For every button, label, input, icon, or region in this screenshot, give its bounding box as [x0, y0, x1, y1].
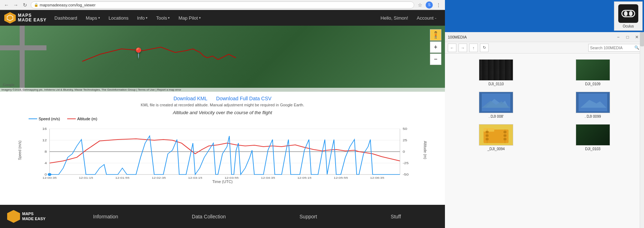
file-name: DJI_0109	[585, 82, 600, 86]
tools-caret: ▾	[168, 16, 170, 20]
explorer-toolbar: ← → ↑ ↻ 🔍	[445, 42, 644, 54]
svg-rect-39	[484, 128, 494, 132]
address-text: mapsmadeeasy.com/log_viewer	[40, 3, 95, 7]
refresh-button[interactable]: ↻	[21, 1, 29, 9]
flight-path	[71, 33, 250, 76]
footer-nav-information[interactable]: Information	[93, 214, 118, 219]
list-item[interactable]: . DJI 0099	[546, 90, 640, 120]
svg-text:16: 16	[42, 127, 47, 131]
svg-rect-44	[486, 138, 489, 140]
scrollbar[interactable]	[640, 32, 644, 228]
street-view-button[interactable]: 🧍	[430, 29, 441, 41]
footer-nav-stuff[interactable]: Stuff	[391, 214, 401, 219]
list-item[interactable]: . DJI 008'	[449, 90, 543, 120]
svg-rect-46	[504, 135, 506, 137]
chart-section: Altitude and Velocity over the course of…	[0, 108, 445, 205]
info-caret: ▾	[146, 16, 148, 20]
svg-text:12:04:35: 12:04:35	[261, 176, 275, 179]
explorer-up-button[interactable]: ↑	[469, 44, 478, 52]
back-button[interactable]: ←	[3, 1, 10, 9]
map-pilot-caret: ▾	[199, 16, 201, 20]
map-section: 📍 🧍 + − Google Imagery ©2019, Getmapping…	[0, 26, 445, 92]
forward-button[interactable]: →	[12, 1, 19, 9]
file-thumbnail	[479, 59, 513, 81]
svg-rect-47	[504, 138, 506, 140]
nav-account[interactable]: Account -	[412, 10, 441, 26]
svg-text:4: 4	[45, 161, 47, 165]
profile-avatar[interactable]: S	[426, 1, 433, 9]
google-watermark: Google	[3, 82, 14, 87]
list-item[interactable]: DJI_0109	[546, 58, 640, 87]
logo-text: MAPS MADE EASY	[18, 13, 46, 22]
download-kml-link[interactable]: Download KML	[173, 96, 207, 101]
maps-caret: ▾	[98, 16, 100, 20]
nav-dashboard[interactable]: Dashboard	[50, 10, 81, 26]
file-name: _DJI_0094	[487, 147, 505, 151]
nav-locations[interactable]: Locations	[104, 10, 133, 26]
footer-logo-hexagon	[7, 210, 20, 223]
zoom-in-button[interactable]: +	[430, 41, 441, 53]
svg-text:12:01:15: 12:01:15	[79, 176, 93, 179]
svg-point-32	[629, 11, 633, 16]
explorer-forward-button[interactable]: →	[459, 44, 467, 52]
svg-text:25: 25	[403, 138, 407, 142]
svg-text:8: 8	[45, 150, 47, 153]
browser-chrome: ← → ↻ 🔒 mapsmadeeasy.com/log_viewer ☆ S …	[0, 0, 445, 10]
list-item[interactable]: _DJI_0094	[449, 123, 543, 152]
file-thumbnail	[479, 92, 513, 113]
file-name: . DJI 008'	[489, 115, 504, 118]
maximize-button[interactable]: □	[623, 34, 632, 41]
explorer-back-button[interactable]: ←	[448, 44, 456, 52]
chart-legend: Speed (m/s) Altitude (m)	[29, 117, 438, 121]
list-item[interactable]: DJI_0103	[546, 123, 640, 152]
chart-title: Altitude and Velocity over the course of…	[7, 110, 438, 115]
address-bar[interactable]: 🔒 mapsmadeeasy.com/log_viewer	[31, 1, 414, 9]
nav-maps[interactable]: Maps ▾	[81, 10, 104, 26]
oculus-label: Oculus	[623, 24, 634, 28]
top-nav: MAPS MADE EASY Dashboard Maps ▾ Location…	[0, 10, 445, 26]
minimize-button[interactable]: −	[614, 34, 623, 41]
file-explorer: 100MEDIA − □ ✕ ← → ↑ ↻ 🔍 DJI_0110	[445, 32, 644, 228]
browser-menu-button[interactable]: ⋮	[435, 1, 442, 9]
logo-area[interactable]: MAPS MADE EASY	[4, 12, 46, 24]
speed-legend-line	[29, 118, 37, 119]
lock-icon: 🔒	[34, 3, 38, 7]
svg-rect-30	[622, 10, 635, 17]
file-thumbnail	[576, 124, 610, 146]
svg-rect-42	[486, 131, 489, 133]
oculus-widget[interactable]: Oculus	[614, 1, 643, 31]
footer-nav-support[interactable]: Support	[299, 214, 317, 219]
search-box[interactable]: 🔍	[588, 44, 641, 52]
y-left-label: Speed (m/s)	[18, 141, 22, 160]
explorer-title: 100MEDIA	[448, 35, 467, 39]
file-name: . DJI 0099	[585, 115, 601, 118]
svg-text:12:06:35: 12:06:35	[370, 176, 385, 179]
speed-legend-label: Speed (m/s)	[39, 117, 60, 121]
bookmark-button[interactable]: ☆	[416, 1, 423, 9]
hello-text: Hello, Simon!	[376, 15, 412, 21]
footer-logo-text: MAPS MADE EASY	[22, 212, 45, 221]
download-note: KML file is created at recorded altitude…	[0, 103, 445, 107]
zoom-out-button[interactable]: −	[430, 54, 441, 65]
list-item[interactable]: DJI_0110	[449, 58, 543, 87]
explorer-refresh-button[interactable]: ↻	[480, 44, 489, 52]
download-csv-link[interactable]: Download Full Data CSV	[216, 96, 272, 101]
nav-tools[interactable]: Tools ▾	[152, 10, 174, 26]
map-controls: 🧍 + −	[430, 29, 441, 65]
svg-rect-45	[504, 131, 506, 133]
scrollbar-thumb[interactable]	[640, 32, 644, 46]
map-pin: 📍	[132, 47, 145, 59]
svg-text:-50: -50	[403, 173, 409, 176]
x-axis-label: Time (UTC)	[7, 179, 438, 184]
svg-text:12:05:55: 12:05:55	[334, 176, 348, 179]
search-input[interactable]	[590, 46, 633, 50]
oculus-logo-box	[618, 4, 638, 23]
nav-map-pilot[interactable]: Map Pilot ▾	[174, 10, 205, 26]
svg-text:12:05:15: 12:05:15	[297, 176, 312, 179]
chart-svg: 16 12 8 4 0 50 25 0 -25 -50 12:00:35 12:…	[27, 122, 418, 179]
svg-text:12: 12	[42, 138, 47, 142]
footer-nav-data-collection[interactable]: Data Collection	[192, 214, 226, 219]
nav-info[interactable]: Info ▾	[133, 10, 152, 26]
file-grid: DJI_0110 DJI_0109 . DJI 008'	[445, 54, 644, 228]
svg-text:0: 0	[45, 173, 47, 176]
